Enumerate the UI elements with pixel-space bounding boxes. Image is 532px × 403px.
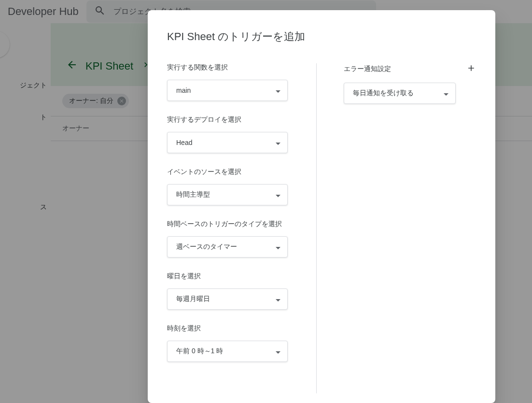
dropdown-arrow-icon (276, 243, 280, 251)
select-value: 毎日通知を受け取る (353, 89, 414, 98)
modal-left-column: 実行する関数を選択 main 実行するデプロイを選択 Head イベントのソース… (167, 63, 317, 393)
notification-frequency-select[interactable]: 毎日通知を受け取る (344, 83, 456, 104)
dropdown-arrow-icon (276, 295, 280, 303)
plus-icon[interactable] (466, 63, 476, 75)
field-day-of-week: 曜日を選択 毎週月曜日 (167, 272, 297, 310)
field-label: 曜日を選択 (167, 272, 297, 281)
field-event-source: イベントのソースを選択 時間主導型 (167, 168, 297, 205)
field-trigger-type: 時間ベースのトリガーのタイプを選択 週ベースのタイマー (167, 220, 297, 258)
dropdown-arrow-icon (276, 347, 280, 355)
select-value: Head (176, 139, 192, 146)
field-label: 時刻を選択 (167, 324, 297, 333)
day-select[interactable]: 毎週月曜日 (167, 288, 288, 310)
add-trigger-modal: KPI Sheet のトリガーを追加 実行する関数を選択 main 実行するデプ… (148, 10, 495, 403)
event-source-select[interactable]: 時間主導型 (167, 184, 288, 205)
field-label: 実行する関数を選択 (167, 63, 297, 72)
function-select[interactable]: main (167, 80, 288, 101)
field-deployment: 実行するデプロイを選択 Head (167, 115, 297, 153)
dropdown-arrow-icon (276, 139, 280, 146)
field-label: 実行するデプロイを選択 (167, 115, 297, 124)
deployment-select[interactable]: Head (167, 132, 288, 153)
dropdown-arrow-icon (276, 86, 280, 94)
select-value: 時間主導型 (176, 190, 210, 199)
field-time: 時刻を選択 午前 0 時～1 時 (167, 324, 297, 362)
modal-title: KPI Sheet のトリガーを追加 (148, 10, 495, 44)
time-select[interactable]: 午前 0 時～1 時 (167, 341, 288, 362)
dropdown-arrow-icon (444, 89, 448, 97)
trigger-type-select[interactable]: 週ベースのタイマー (167, 236, 288, 258)
select-value: 週ベースのタイマー (176, 243, 237, 251)
error-notification-header: エラー通知設定 (344, 63, 476, 75)
field-label: エラー通知設定 (344, 65, 391, 73)
modal-right-column: エラー通知設定 毎日通知を受け取る (317, 63, 476, 393)
field-label: イベントのソースを選択 (167, 168, 297, 176)
field-label: 時間ベースのトリガーのタイプを選択 (167, 220, 297, 229)
select-value: 毎週月曜日 (176, 295, 210, 303)
dropdown-arrow-icon (276, 191, 280, 199)
select-value: 午前 0 時～1 時 (176, 347, 223, 356)
field-function: 実行する関数を選択 main (167, 63, 297, 101)
select-value: main (176, 86, 191, 94)
